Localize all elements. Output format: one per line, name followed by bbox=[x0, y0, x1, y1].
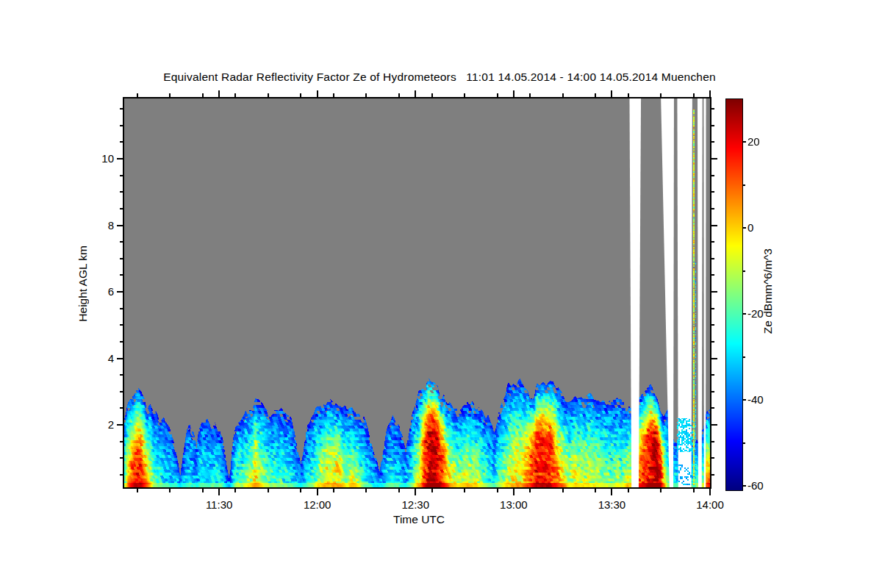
x-major-tick-top bbox=[415, 90, 416, 97]
y-minor-tick-right bbox=[711, 108, 714, 110]
colorbar-minor-tick bbox=[743, 356, 745, 358]
y-major-tick-right bbox=[711, 424, 717, 426]
x-major-tick-top bbox=[513, 90, 514, 97]
colorbar-major-tick bbox=[743, 399, 746, 401]
y-tick-label: 10 bbox=[77, 152, 114, 165]
colorbar-tick-label: 0 bbox=[747, 221, 780, 234]
x-minor-tick bbox=[464, 489, 465, 492]
y-tick-label: 4 bbox=[77, 352, 114, 365]
y-minor-tick-right bbox=[711, 191, 714, 193]
x-minor-tick bbox=[169, 489, 171, 492]
y-minor-tick bbox=[120, 391, 123, 392]
y-major-tick bbox=[117, 291, 123, 293]
y-minor-tick-right bbox=[711, 457, 714, 459]
x-minor-tick bbox=[300, 489, 301, 492]
colorbar-major-tick bbox=[743, 227, 746, 229]
y-minor-tick-right bbox=[711, 407, 714, 409]
x-major-tick bbox=[317, 489, 318, 495]
x-minor-tick bbox=[660, 489, 662, 492]
y-minor-tick bbox=[120, 274, 123, 276]
y-major-tick bbox=[117, 358, 123, 359]
x-minor-tick-top bbox=[333, 93, 334, 97]
x-minor-tick-top bbox=[300, 93, 301, 97]
x-minor-tick-top bbox=[202, 93, 204, 97]
y-minor-tick bbox=[120, 141, 123, 143]
x-tick-label: 12:00 bbox=[295, 498, 340, 511]
y-minor-tick-right bbox=[711, 141, 714, 143]
x-minor-tick bbox=[562, 489, 564, 492]
x-minor-tick bbox=[268, 489, 269, 492]
x-minor-tick bbox=[595, 489, 596, 492]
x-minor-tick bbox=[333, 489, 334, 492]
x-minor-tick-top bbox=[398, 93, 400, 97]
y-minor-tick-right bbox=[711, 308, 714, 309]
x-minor-tick-top bbox=[660, 93, 662, 97]
x-minor-tick bbox=[398, 489, 400, 492]
y-minor-tick-right bbox=[711, 374, 714, 376]
x-tick-label: 11:30 bbox=[197, 498, 241, 511]
x-minor-tick-top bbox=[431, 93, 433, 97]
colorbar-tick-label: -60 bbox=[747, 479, 780, 492]
y-minor-tick-right bbox=[711, 258, 714, 259]
colorbar-label: Ze dBmm^6/m^3 bbox=[761, 248, 775, 334]
x-minor-tick-top bbox=[562, 93, 564, 97]
y-minor-tick bbox=[120, 208, 123, 209]
x-minor-tick bbox=[234, 489, 236, 492]
x-major-tick bbox=[415, 489, 416, 495]
radar-reflectivity-figure: Equivalent Radar Reflectivity Factor Ze … bbox=[0, 0, 882, 588]
y-minor-tick bbox=[120, 175, 123, 176]
y-minor-tick bbox=[120, 308, 123, 309]
y-minor-tick-right bbox=[711, 441, 714, 442]
x-axis-label: Time UTC bbox=[345, 513, 492, 526]
x-major-tick-top bbox=[317, 90, 318, 97]
x-major-tick bbox=[513, 489, 514, 495]
x-minor-tick bbox=[497, 489, 498, 492]
y-minor-tick bbox=[120, 191, 123, 193]
y-minor-tick-right bbox=[711, 208, 714, 209]
x-minor-tick-top bbox=[497, 93, 498, 97]
y-major-tick bbox=[117, 158, 123, 159]
y-major-tick-right bbox=[711, 225, 717, 226]
y-minor-tick-right bbox=[711, 241, 714, 243]
colorbar-tick-label: 20 bbox=[747, 135, 780, 148]
chart-title: Equivalent Radar Reflectivity Factor Ze … bbox=[0, 71, 879, 84]
x-tick-label: 14:00 bbox=[688, 498, 732, 511]
x-minor-tick-top bbox=[628, 93, 629, 97]
y-minor-tick-right bbox=[711, 391, 714, 392]
x-tick-label: 12:30 bbox=[393, 498, 437, 511]
x-minor-tick-top bbox=[595, 93, 596, 97]
y-minor-tick bbox=[120, 108, 123, 110]
colorbar-major-tick bbox=[743, 485, 746, 487]
colorbar-minor-tick bbox=[743, 184, 745, 186]
y-major-tick-right bbox=[711, 158, 717, 159]
y-minor-tick bbox=[120, 125, 123, 126]
x-minor-tick bbox=[431, 489, 433, 492]
y-minor-tick-right bbox=[711, 324, 714, 326]
x-minor-tick-top bbox=[365, 93, 367, 97]
y-tick-label: 2 bbox=[77, 418, 114, 431]
x-major-tick bbox=[218, 489, 220, 495]
x-minor-tick-top bbox=[693, 93, 695, 97]
y-minor-tick bbox=[120, 324, 123, 326]
y-minor-tick-right bbox=[711, 341, 714, 343]
y-minor-tick bbox=[120, 407, 123, 409]
x-major-tick-top bbox=[611, 90, 612, 97]
y-major-tick bbox=[117, 225, 123, 226]
x-minor-tick bbox=[529, 489, 531, 492]
x-tick-label: 13:30 bbox=[589, 498, 634, 511]
y-minor-tick bbox=[120, 441, 123, 442]
x-minor-tick bbox=[628, 489, 629, 492]
x-major-tick-top bbox=[218, 90, 220, 97]
colorbar-major-tick bbox=[743, 141, 746, 143]
x-minor-tick bbox=[693, 489, 695, 492]
plot-frame bbox=[123, 97, 711, 489]
y-minor-tick-right bbox=[711, 125, 714, 126]
colorbar-major-tick bbox=[743, 313, 746, 315]
y-minor-tick bbox=[120, 341, 123, 343]
colorbar-tick-label: -20 bbox=[747, 307, 780, 320]
y-minor-tick bbox=[120, 457, 123, 459]
x-major-tick bbox=[611, 489, 612, 495]
y-minor-tick-right bbox=[711, 175, 714, 176]
x-minor-tick bbox=[365, 489, 367, 492]
y-tick-label: 6 bbox=[77, 285, 114, 298]
